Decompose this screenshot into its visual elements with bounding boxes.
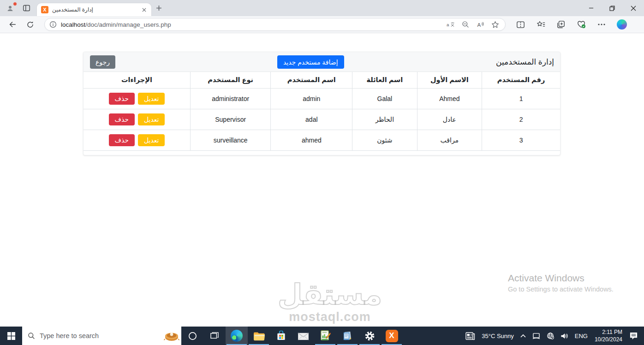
table-row: 3 مراقب شئون ahmed surveillance تعديل حذ… [83, 130, 560, 150]
profile-avatar-icon [6, 5, 14, 12]
minimize-button[interactable] [580, 0, 602, 16]
taskbar-search[interactable] [22, 327, 181, 345]
back-button[interactable]: رجوع [90, 55, 115, 69]
tab-close-icon[interactable] [140, 6, 148, 13]
cell-first-name: مراقب [417, 130, 482, 150]
cell-first-name: عادل [417, 109, 482, 130]
header-actions: الإجراءات [83, 72, 190, 88]
new-tab-button[interactable] [156, 5, 162, 11]
volume-icon[interactable] [557, 327, 572, 345]
start-button[interactable] [0, 327, 22, 345]
back-icon[interactable] [6, 18, 19, 31]
url-text[interactable]: localhost/doc/admin/manage_users.php [61, 21, 443, 28]
split-screen-icon[interactable] [514, 18, 526, 30]
taskbar-mail-icon[interactable] [292, 327, 314, 345]
cell-user-id: 2 [482, 109, 560, 130]
action-center-icon[interactable] [626, 327, 641, 345]
task-view-button[interactable] [203, 327, 226, 345]
mostaql-watermark: مستقل mostaql.com [261, 280, 399, 324]
delete-button[interactable]: حذف [109, 134, 135, 146]
card-footer-padding [83, 150, 560, 155]
clock-date: 10/20/2024 [595, 336, 622, 343]
search-icon [28, 332, 35, 339]
cell-actions: تعديل حذف [83, 88, 190, 109]
cortana-button[interactable] [181, 327, 203, 345]
browser-tab[interactable]: X إدارة المستخدمين [37, 3, 151, 16]
taskbar-edge-icon[interactable] [226, 327, 248, 345]
windows-taskbar: X 35°C Sunny ENG 2:11 PM 10/20/2024 [0, 327, 644, 345]
cell-user-type: Supervisor [190, 109, 271, 130]
cell-family-name: شئون [352, 130, 417, 150]
cell-family-name: الحاظر [352, 109, 417, 130]
card-header: إدارة المستخدمين إضافة مستخدم جديد رجوع [83, 52, 560, 72]
browser-toolbar: localhost/doc/admin/manage_users.php a A [0, 16, 644, 33]
taskbar-notes-icon[interactable] [336, 327, 358, 345]
browser-essentials-icon[interactable] [575, 18, 587, 30]
profile-notification-dot [13, 2, 17, 6]
close-button[interactable] [623, 0, 644, 16]
page-info-icon[interactable] [49, 21, 57, 28]
taskbar-xampp-icon[interactable]: X [381, 327, 403, 345]
toolbar-actions [510, 18, 632, 30]
page-title: إدارة المستخدمين [496, 57, 554, 67]
copilot-icon[interactable] [616, 18, 628, 30]
more-menu-icon[interactable] [596, 18, 608, 30]
cell-actions: تعديل حذف [83, 130, 190, 150]
table-row: 1 Ahmed Galal admin administrator تعديل … [83, 88, 560, 109]
cell-first-name: Ahmed [417, 88, 482, 109]
weather-status[interactable]: 35°C Sunny [478, 327, 517, 345]
header-family-name: اسم العائلة [352, 72, 417, 88]
hidden-icons-chevron[interactable] [517, 327, 529, 345]
taskbar-store-icon[interactable] [270, 327, 292, 345]
workspaces-icon[interactable] [23, 4, 30, 12]
cell-username: ahmed [271, 130, 352, 150]
cell-user-id: 3 [482, 130, 560, 150]
activate-windows-subtitle: Go to Settings to activate Windows. [508, 286, 614, 293]
cast-display-icon[interactable] [529, 327, 543, 345]
svg-text:a: a [447, 22, 449, 27]
taskbar-report-editor-icon[interactable] [314, 327, 336, 345]
cell-family-name: Galal [352, 88, 417, 109]
cell-username: adal [271, 109, 352, 130]
window-controls [580, 0, 644, 16]
cell-user-id: 1 [482, 88, 560, 109]
system-tray: 35°C Sunny ENG 2:11 PM 10/20/2024 [462, 327, 644, 345]
search-input[interactable] [40, 332, 164, 339]
edit-button[interactable]: تعديل [138, 93, 165, 105]
zoom-out-icon[interactable] [459, 18, 471, 30]
cell-actions: تعديل حذف [83, 109, 190, 130]
xampp-favicon-icon: X [41, 6, 48, 13]
refresh-icon[interactable] [23, 18, 37, 31]
table-header-row: رقم المستخدم الاسم الأول اسم العائلة اسم… [83, 72, 560, 88]
news-widget-icon[interactable] [462, 327, 478, 345]
favorites-icon[interactable] [535, 18, 547, 30]
search-highlight-pie-image[interactable] [164, 330, 179, 342]
address-bar[interactable]: localhost/doc/admin/manage_users.php a A [44, 18, 506, 31]
delete-button[interactable]: حذف [109, 93, 135, 105]
delete-button[interactable]: حذف [109, 113, 135, 125]
header-first-name: الاسم الأول [417, 72, 482, 88]
translate-icon[interactable]: a [445, 18, 457, 30]
add-user-button[interactable]: إضافة مستخدم جديد [277, 55, 344, 69]
restore-button[interactable] [602, 0, 623, 16]
favorite-star-icon[interactable] [489, 18, 501, 30]
taskbar-file-explorer-icon[interactable] [248, 327, 270, 345]
cell-user-type: administrator [190, 88, 271, 109]
browser-profile-button[interactable] [4, 2, 16, 14]
users-table: رقم المستخدم الاسم الأول اسم العائلة اسم… [83, 72, 560, 155]
edit-button[interactable]: تعديل [138, 134, 165, 146]
url-path: /doc/admin/manage_users.php [85, 21, 171, 28]
network-globe-icon[interactable] [543, 327, 557, 345]
language-indicator[interactable]: ENG [572, 327, 591, 345]
url-host: localhost [61, 21, 85, 28]
taskbar-clock[interactable]: 2:11 PM 10/20/2024 [591, 328, 626, 343]
browser-tab-strip: X إدارة المستخدمين [0, 0, 644, 16]
taskbar-settings-icon[interactable] [358, 327, 381, 345]
collections-icon[interactable] [555, 18, 567, 30]
cell-username: admin [271, 88, 352, 109]
clock-time: 2:11 PM [595, 328, 622, 336]
header-user-type: نوع المستخدم [190, 72, 271, 88]
read-aloud-icon[interactable]: A [474, 18, 486, 30]
edit-button[interactable]: تعديل [138, 113, 165, 125]
header-user-id: رقم المستخدم [482, 72, 560, 88]
